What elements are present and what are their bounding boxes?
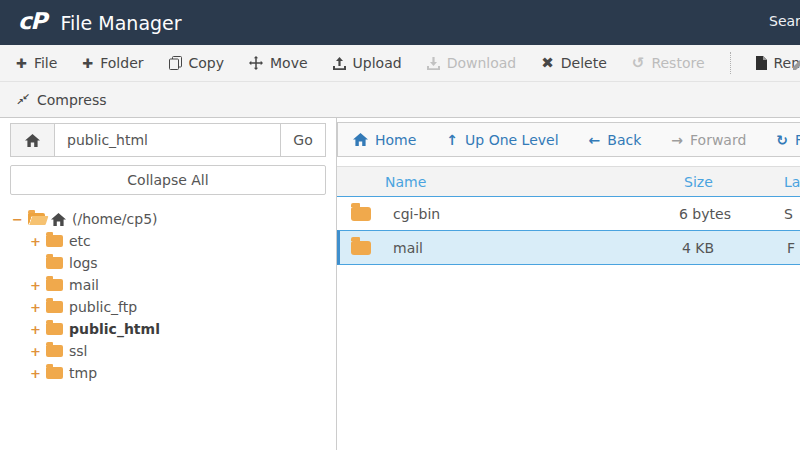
toolbar-separator [730,52,731,74]
home-icon [25,134,40,147]
up-arrow-icon: ↑ [446,133,458,147]
tree-item-label[interactable]: tmp [69,365,97,381]
move-button-label: Move [270,55,308,71]
rename-icon [756,56,767,70]
file-name: mail [393,240,423,256]
expand-icon[interactable]: + [30,301,40,314]
folder-icon [46,279,63,291]
nav-forward-button: → Forward [671,132,746,148]
nav-up-label: Up One Level [465,132,559,148]
tree-item-tmp[interactable]: + tmp [0,362,336,384]
home-icon [51,213,66,226]
tree-item-mail[interactable]: + mail [0,274,336,296]
compress-button[interactable]: ↙ ↗ Compress [16,92,107,108]
tree-root-home[interactable]: − (/home/cp5) [0,208,336,230]
plus-icon: ✚ [16,57,27,70]
table-header-row: Name Size Last Modified [337,166,800,197]
folder-icon [46,301,63,313]
table-row-mail-selected[interactable]: mail 4 KB F [337,230,800,265]
delete-button-label: Delete [561,55,607,71]
last-modified-cell: F [787,240,795,256]
expand-icon[interactable]: + [30,235,40,248]
upload-button[interactable]: Upload [333,55,402,71]
tree-item-public-ftp[interactable]: + public_ftp [0,296,336,318]
nav-back-button[interactable]: ← Back [589,132,642,148]
tree-item-label[interactable]: mail [69,277,99,293]
delete-button[interactable]: ✖ Delete [541,55,607,71]
nav-home-label: Home [375,132,416,148]
plus-icon: ✚ [82,57,93,70]
tree-item-label[interactable]: public_ftp [69,299,137,315]
content-area: Go Collapse All − (/home/cp5) + etc logs [0,118,800,450]
navigation-toolbar: Home ↑ Up One Level ← Back → Forward ↻ R… [337,122,800,157]
tree-item-label[interactable]: etc [69,233,91,249]
download-button-label: Download [447,55,517,71]
last-modified-cell: S [784,206,793,222]
cpanel-logo: cP [18,10,46,36]
tree-item-label[interactable]: ssl [69,343,87,359]
upload-button-label: Upload [353,55,402,71]
compress-button-label: Compress [37,92,107,108]
forward-arrow-icon: → [671,133,683,147]
folder-icon [351,241,371,255]
back-arrow-icon: ← [589,133,601,147]
tree-item-label[interactable]: logs [69,255,98,271]
nav-reload-button[interactable]: ↻ Reload [776,132,800,148]
tree-item-etc[interactable]: + etc [0,230,336,252]
edit-icon-partial[interactable] [793,56,800,70]
folder-button[interactable]: ✚ Folder [82,55,143,71]
size-cell: 4 KB [680,240,787,256]
file-button-label: File [34,55,57,71]
nav-back-label: Back [607,132,641,148]
sidebar: Go Collapse All − (/home/cp5) + etc logs [0,118,337,450]
expand-icon[interactable]: + [30,345,40,358]
tree-item-label-selected[interactable]: public_html [69,321,160,337]
file-list-panel: Home ↑ Up One Level ← Back → Forward ↻ R… [337,118,800,450]
open-folder-icon [28,213,45,225]
expand-icon[interactable]: + [30,367,40,380]
download-icon [427,57,440,70]
nav-reload-label: Reload [795,132,800,148]
tree-item-ssl[interactable]: + ssl [0,340,336,362]
collapse-all-button[interactable]: Collapse All [10,165,326,195]
column-header-name[interactable]: Name [337,174,677,190]
restore-icon: ↺ [632,56,645,71]
move-button[interactable]: Move [249,55,308,71]
folder-button-label: Folder [100,55,143,71]
nav-forward-label: Forward [690,132,746,148]
copy-button[interactable]: Copy [169,55,225,71]
file-button[interactable]: ✚ File [16,55,57,71]
path-bar: Go [10,123,326,157]
name-cell: mail [340,240,680,256]
move-icon [249,56,263,70]
folder-icon [46,323,63,335]
header-search-link[interactable]: Search [769,13,800,29]
app-header: cP File Manager Search [0,0,800,45]
delete-x-icon: ✖ [541,56,554,71]
size-cell: 6 bytes [677,206,784,222]
restore-button: ↺ Restore [632,55,705,71]
tree-root-label[interactable]: (/home/cp5) [72,211,158,227]
tree-item-public-html[interactable]: + public_html [0,318,336,340]
column-header-size[interactable]: Size [677,174,784,190]
folder-icon [46,345,63,357]
home-icon [353,133,368,146]
expand-icon[interactable]: + [30,323,40,336]
file-table: Name Size Last Modified cgi-bin 6 bytes … [337,166,800,265]
nav-home-button[interactable]: Home [353,132,416,148]
restore-button-label: Restore [651,55,704,71]
toolbar-row-1: ✚ File ✚ Folder Copy Move Upload Downloa… [0,45,800,82]
reload-icon: ↻ [776,133,788,147]
compress-icon: ↙ ↗ [16,93,30,107]
home-path-button[interactable] [10,123,55,157]
column-header-last-modified[interactable]: Last Modified [784,174,800,190]
path-input[interactable] [55,123,281,157]
collapse-icon[interactable]: − [12,213,22,226]
expand-icon[interactable]: + [30,279,40,292]
table-row-cgi-bin[interactable]: cgi-bin 6 bytes S [337,197,800,230]
page-title: File Manager [61,12,182,34]
nav-up-one-level-button[interactable]: ↑ Up One Level [446,132,558,148]
tree-item-logs[interactable]: logs [0,252,336,274]
folder-icon [46,367,63,379]
go-button[interactable]: Go [281,123,326,157]
